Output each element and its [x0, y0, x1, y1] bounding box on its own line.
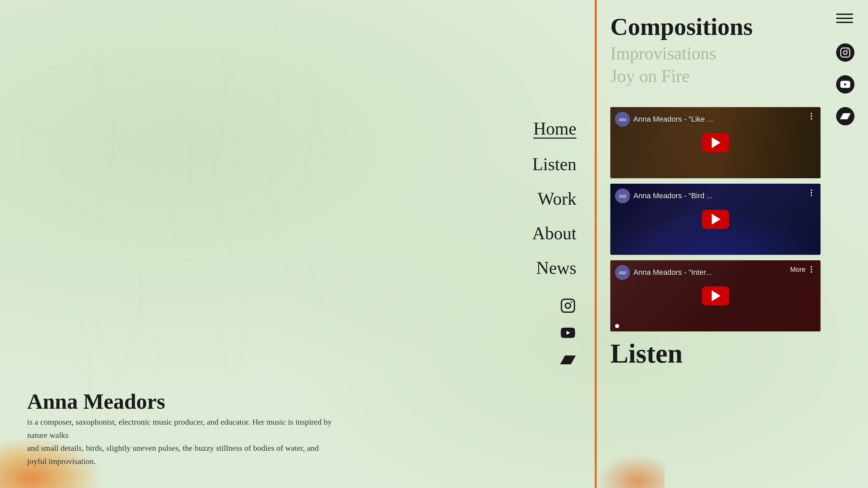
video-2-more-btn[interactable]	[807, 188, 816, 199]
svg-point-16	[811, 266, 812, 267]
video-card-3[interactable]: AM Anna Meadors - "Inter... More	[610, 260, 821, 331]
hero-description: is a composer, saxophonist, electronic m…	[27, 415, 332, 468]
nav-social-icons	[559, 297, 576, 368]
video-3-play-btn[interactable]	[702, 286, 729, 305]
right-panel: Compositions Improvisations Joy on Fire …	[597, 0, 868, 488]
svg-point-21	[847, 49, 848, 50]
video-card-1[interactable]: AM Anna Meadors - "Like ...	[610, 107, 821, 178]
video-card-2[interactable]: AM Anna Meadors - "Bird ...	[610, 184, 821, 255]
svg-rect-0	[561, 299, 574, 312]
nav-item-about[interactable]: About	[532, 225, 576, 242]
svg-point-12	[811, 192, 812, 194]
video-3-more-btn[interactable]	[807, 265, 816, 275]
video-2-avatar: AM Anna Meadors - "Bird ...	[615, 188, 713, 203]
video-3-progress-dot	[615, 324, 619, 328]
compositions-title: Compositions	[610, 14, 848, 40]
svg-point-6	[811, 113, 812, 114]
svg-point-2	[571, 301, 572, 303]
video-2-avatar-img: AM	[615, 188, 630, 203]
svg-point-18	[811, 271, 812, 272]
video-2-play-btn[interactable]	[702, 210, 729, 229]
joy-on-fire-label: Joy on Fire	[610, 66, 848, 87]
video-1-play-btn[interactable]	[702, 133, 729, 152]
listen-title: Listen	[610, 338, 848, 369]
youtube-icon[interactable]	[836, 75, 854, 94]
svg-text:AM: AM	[619, 194, 626, 199]
svg-point-17	[811, 269, 812, 270]
instagram-icon[interactable]	[836, 43, 854, 62]
svg-rect-19	[841, 48, 850, 57]
far-right-toolbar	[836, 14, 854, 125]
nav-bandcamp-icon[interactable]	[559, 351, 576, 368]
nav-items: Home Listen Work About News	[532, 120, 576, 277]
video-1-more-btn[interactable]	[807, 112, 816, 122]
svg-point-20	[844, 51, 847, 55]
hamburger-menu-button[interactable]	[836, 14, 853, 23]
video-3-avatar: AM Anna Meadors - "Inter...	[615, 265, 712, 280]
svg-point-1	[565, 303, 570, 308]
svg-text:AM: AM	[619, 117, 626, 122]
nav-item-news[interactable]: News	[536, 259, 576, 277]
nav-instagram-icon[interactable]	[559, 297, 576, 314]
nav-sidebar: Home Listen Work About News	[495, 0, 597, 488]
nav-item-home[interactable]: Home	[533, 120, 576, 139]
hamburger-line-2	[836, 18, 853, 19]
hamburger-line-3	[836, 22, 853, 23]
hero-area: Anna Meadors is a composer, saxophonist,…	[0, 0, 495, 488]
compositions-section: Compositions Improvisations Joy on Fire	[610, 14, 848, 87]
video-list: AM Anna Meadors - "Like ...	[610, 107, 848, 331]
nav-item-listen[interactable]: Listen	[532, 156, 576, 173]
video-1-avatar: AM Anna Meadors - "Like ...	[615, 112, 713, 127]
hero-name: Anna Meadors	[27, 390, 468, 413]
svg-text:AM: AM	[619, 270, 626, 276]
svg-point-7	[811, 116, 812, 117]
nav-youtube-icon[interactable]	[559, 324, 576, 341]
video-2-title: Anna Meadors - "Bird ...	[633, 191, 713, 200]
far-right-social-icons	[836, 43, 854, 125]
svg-point-13	[811, 195, 812, 196]
video-1-avatar-img: AM	[615, 112, 630, 127]
video-3-more-label: More	[790, 266, 806, 273]
nav-item-work[interactable]: Work	[538, 190, 576, 208]
bandcamp-icon[interactable]	[836, 107, 854, 125]
video-1-title: Anna Meadors - "Like ...	[633, 115, 713, 124]
video-3-avatar-img: AM	[615, 265, 630, 280]
hamburger-line-1	[836, 14, 853, 15]
video-3-title: Anna Meadors - "Inter...	[633, 268, 712, 277]
svg-point-11	[811, 189, 812, 191]
improvisations-label: Improvisations	[610, 43, 848, 64]
svg-point-8	[811, 118, 812, 119]
